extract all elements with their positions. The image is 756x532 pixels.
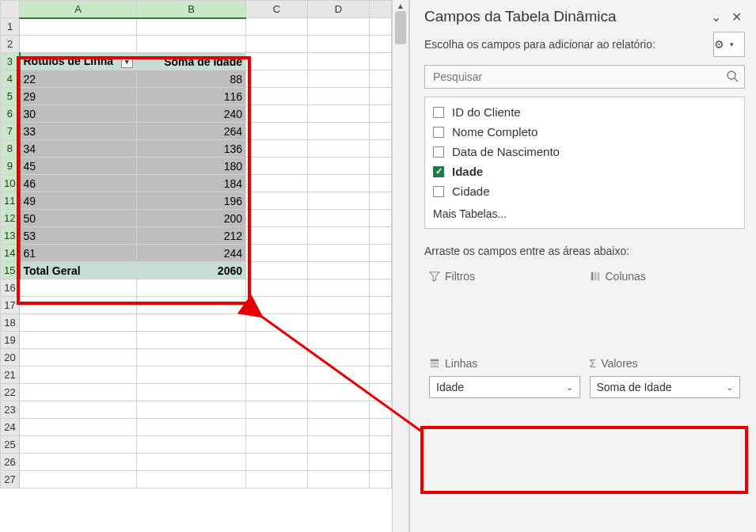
values-zone-value: Soma de Idade (597, 381, 672, 393)
row-header[interactable]: 23 (1, 401, 20, 419)
search-fields-box (424, 65, 745, 89)
row-header[interactable]: 17 (1, 297, 20, 314)
svg-rect-5 (431, 359, 439, 362)
svg-rect-3 (594, 272, 596, 281)
zone-columns[interactable]: Colunas (585, 264, 746, 351)
collapse-pane-icon[interactable]: ⌄ (707, 10, 724, 25)
vertical-scrollbar[interactable]: ▲ (392, 0, 409, 532)
row-header[interactable]: 20 (1, 349, 20, 367)
checkbox-icon[interactable] (433, 107, 444, 118)
pivot-total-label[interactable]: Total Geral (20, 262, 137, 279)
scrollbar-thumb[interactable] (395, 11, 406, 44)
drop-zones: Filtros Colunas Linhas Idade ⌄ (424, 264, 745, 409)
pivot-cell[interactable]: 22 (20, 70, 137, 88)
columns-icon (590, 271, 601, 282)
field-item-cidade[interactable]: Cidade (425, 181, 744, 201)
row-header[interactable]: 22 (1, 384, 20, 401)
row-header[interactable]: 7 (1, 123, 20, 140)
row-header[interactable]: 15 (1, 262, 20, 279)
field-item-data-nascimento[interactable]: Data de Nascimento (425, 142, 744, 162)
row-header[interactable]: 14 (1, 245, 20, 262)
row-labels-dropdown-icon[interactable]: ▾ (121, 56, 133, 68)
row-header[interactable]: 16 (1, 279, 20, 297)
pivot-total-value[interactable]: 2060 (137, 262, 246, 279)
field-item-nome-completo[interactable]: Nome Completo (425, 122, 744, 142)
row-header[interactable]: 2 (1, 36, 20, 53)
row-header[interactable]: 24 (1, 419, 20, 436)
svg-rect-4 (597, 272, 599, 281)
close-pane-icon[interactable]: ✕ (728, 10, 745, 25)
checkbox-icon[interactable] (433, 186, 444, 197)
row-header[interactable]: 19 (1, 332, 20, 349)
svg-rect-6 (431, 363, 439, 365)
chevron-down-icon: ⌄ (726, 382, 733, 393)
row-header[interactable]: 6 (1, 105, 20, 123)
checkbox-icon[interactable] (433, 127, 444, 138)
row-header[interactable]: 1 (1, 18, 20, 36)
sigma-icon: Σ (590, 357, 597, 370)
row-header[interactable]: 27 (1, 471, 20, 488)
row-header[interactable]: 13 (1, 227, 20, 245)
checkbox-icon[interactable] (433, 146, 444, 158)
row-header[interactable]: 10 (1, 175, 20, 192)
funnel-icon (429, 271, 440, 282)
col-header-C[interactable]: C (246, 1, 308, 18)
row-header[interactable]: 4 (1, 70, 20, 88)
zone-rows[interactable]: Linhas Idade ⌄ (424, 351, 585, 409)
row-header[interactable]: 8 (1, 140, 20, 158)
col-header-A[interactable]: A (20, 1, 137, 18)
search-input[interactable] (424, 65, 745, 89)
rows-zone-value: Idade (436, 381, 464, 393)
row-header[interactable]: 5 (1, 88, 20, 105)
pivot-row-labels-header[interactable]: Rótulos de Linha ▾ (20, 53, 137, 70)
field-item-idade[interactable]: ✓Idade (425, 162, 744, 181)
fields-list: ID do Cliente Nome Completo Data de Nasc… (424, 97, 745, 229)
pivot-cell[interactable]: 88 (137, 70, 246, 88)
scroll-up-icon[interactable]: ▲ (397, 2, 405, 10)
checkbox-checked-icon[interactable]: ✓ (433, 166, 444, 177)
col-header-D[interactable]: D (308, 1, 370, 18)
zone-filters[interactable]: Filtros (424, 264, 585, 351)
select-all-corner[interactable] (1, 1, 20, 18)
pivot-row-label-text: Rótulos de Linha (24, 55, 114, 67)
spreadsheet-grid[interactable]: A B C D 1 2 3 Rótulos de Linha ▾ Soma de… (0, 0, 392, 488)
field-item-id-cliente[interactable]: ID do Cliente (425, 102, 744, 122)
field-list-settings-button[interactable]: ⚙ ▾ (713, 32, 745, 57)
svg-rect-7 (431, 366, 439, 368)
col-header-B[interactable]: B (137, 1, 246, 18)
chevron-down-icon: ⌄ (566, 382, 573, 393)
col-header-E[interactable] (370, 1, 392, 18)
more-tables-link[interactable]: Mais Tabelas... (425, 201, 744, 223)
rows-zone-field[interactable]: Idade ⌄ (429, 376, 580, 398)
row-header[interactable]: 9 (1, 158, 20, 175)
pivot-values-header[interactable]: Soma de Idade (137, 53, 246, 70)
cell[interactable] (20, 18, 137, 36)
chevron-down-icon: ▾ (730, 40, 744, 48)
row-header[interactable]: 18 (1, 314, 20, 332)
pivot-fields-pane: Campos da Tabela Dinâmica ⌄ ✕ Escolha os… (409, 0, 756, 532)
values-zone-field[interactable]: Soma de Idade ⌄ (590, 376, 741, 398)
svg-rect-2 (591, 272, 593, 281)
gear-icon: ⚙ (714, 38, 728, 51)
svg-point-0 (728, 71, 735, 79)
pane-subtitle: Escolha os campos para adicionar ao rela… (424, 38, 705, 51)
search-icon (726, 70, 739, 85)
drag-hint: Arraste os campos entre as áreas abaixo: (424, 245, 745, 257)
row-header[interactable]: 11 (1, 192, 20, 210)
rows-icon (429, 358, 440, 369)
row-header[interactable]: 26 (1, 454, 20, 471)
row-header[interactable]: 21 (1, 367, 20, 384)
row-header[interactable]: 25 (1, 436, 20, 454)
row-header[interactable]: 12 (1, 210, 20, 227)
row-header[interactable]: 3 (1, 53, 20, 70)
pane-title: Campos da Tabela Dinâmica (424, 8, 617, 25)
zone-values[interactable]: Σ Valores Soma de Idade ⌄ (585, 351, 746, 409)
svg-line-1 (735, 78, 738, 82)
spreadsheet-area: A B C D 1 2 3 Rótulos de Linha ▾ Soma de… (0, 0, 392, 532)
